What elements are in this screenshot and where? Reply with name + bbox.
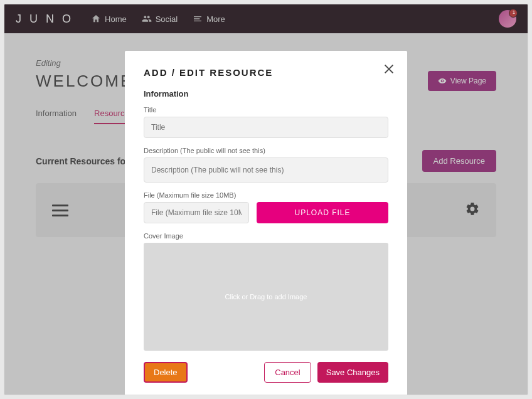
- description-label: Description (The public will not see thi…: [144, 147, 388, 154]
- file-input[interactable]: [144, 202, 249, 223]
- upload-file-button[interactable]: UPLOAD FILE: [257, 202, 388, 223]
- description-input[interactable]: [144, 157, 388, 183]
- title-label: Title: [144, 106, 388, 114]
- cover-image-label: Cover Image: [144, 232, 388, 240]
- modal-overlay[interactable]: ADD / EDIT RESOURCE Information Title De…: [4, 4, 528, 395]
- modal-section-heading: Information: [144, 89, 388, 98]
- modal: ADD / EDIT RESOURCE Information Title De…: [125, 51, 407, 395]
- notification-badge: 1: [510, 9, 518, 16]
- file-label: File (Maximum file size 10MB): [144, 191, 388, 199]
- modal-title: ADD / EDIT RESOURCE: [144, 67, 388, 78]
- save-button[interactable]: Save Changes: [317, 362, 388, 383]
- title-input[interactable]: [144, 117, 388, 138]
- close-icon[interactable]: [382, 62, 396, 76]
- dropzone-text: Click or Drag to add Image: [225, 293, 307, 301]
- cancel-button[interactable]: Cancel: [264, 362, 311, 383]
- cover-image-dropzone[interactable]: Click or Drag to add Image: [144, 243, 388, 351]
- delete-button[interactable]: Delete: [144, 362, 188, 383]
